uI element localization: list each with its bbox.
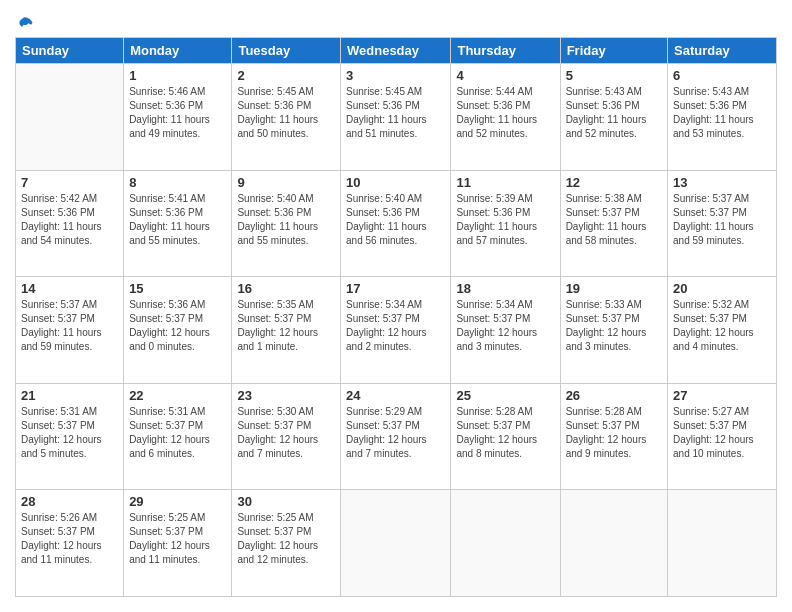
day-info: Sunrise: 5:39 AM Sunset: 5:36 PM Dayligh…: [456, 192, 554, 248]
day-number: 24: [346, 388, 445, 403]
day-number: 2: [237, 68, 335, 83]
day-info: Sunrise: 5:26 AM Sunset: 5:37 PM Dayligh…: [21, 511, 118, 567]
calendar-cell: [341, 490, 451, 597]
calendar-cell: 20Sunrise: 5:32 AM Sunset: 5:37 PM Dayli…: [668, 277, 777, 384]
day-info: Sunrise: 5:43 AM Sunset: 5:36 PM Dayligh…: [566, 85, 662, 141]
calendar: SundayMondayTuesdayWednesdayThursdayFrid…: [15, 37, 777, 597]
weekday-tuesday: Tuesday: [232, 38, 341, 64]
day-info: Sunrise: 5:38 AM Sunset: 5:37 PM Dayligh…: [566, 192, 662, 248]
weekday-thursday: Thursday: [451, 38, 560, 64]
day-number: 19: [566, 281, 662, 296]
day-number: 25: [456, 388, 554, 403]
day-info: Sunrise: 5:35 AM Sunset: 5:37 PM Dayligh…: [237, 298, 335, 354]
week-row-1: 1Sunrise: 5:46 AM Sunset: 5:36 PM Daylig…: [16, 64, 777, 171]
calendar-cell: 1Sunrise: 5:46 AM Sunset: 5:36 PM Daylig…: [124, 64, 232, 171]
calendar-cell: 19Sunrise: 5:33 AM Sunset: 5:37 PM Dayli…: [560, 277, 667, 384]
day-number: 21: [21, 388, 118, 403]
calendar-cell: 27Sunrise: 5:27 AM Sunset: 5:37 PM Dayli…: [668, 383, 777, 490]
day-number: 3: [346, 68, 445, 83]
day-info: Sunrise: 5:25 AM Sunset: 5:37 PM Dayligh…: [237, 511, 335, 567]
calendar-cell: 21Sunrise: 5:31 AM Sunset: 5:37 PM Dayli…: [16, 383, 124, 490]
day-number: 14: [21, 281, 118, 296]
day-number: 18: [456, 281, 554, 296]
day-info: Sunrise: 5:40 AM Sunset: 5:36 PM Dayligh…: [346, 192, 445, 248]
day-info: Sunrise: 5:37 AM Sunset: 5:37 PM Dayligh…: [21, 298, 118, 354]
day-number: 15: [129, 281, 226, 296]
calendar-cell: 3Sunrise: 5:45 AM Sunset: 5:36 PM Daylig…: [341, 64, 451, 171]
calendar-cell: 30Sunrise: 5:25 AM Sunset: 5:37 PM Dayli…: [232, 490, 341, 597]
calendar-cell: 4Sunrise: 5:44 AM Sunset: 5:36 PM Daylig…: [451, 64, 560, 171]
day-number: 5: [566, 68, 662, 83]
day-number: 8: [129, 175, 226, 190]
day-number: 11: [456, 175, 554, 190]
day-info: Sunrise: 5:31 AM Sunset: 5:37 PM Dayligh…: [129, 405, 226, 461]
weekday-wednesday: Wednesday: [341, 38, 451, 64]
day-number: 22: [129, 388, 226, 403]
calendar-cell: 22Sunrise: 5:31 AM Sunset: 5:37 PM Dayli…: [124, 383, 232, 490]
weekday-monday: Monday: [124, 38, 232, 64]
day-number: 29: [129, 494, 226, 509]
day-info: Sunrise: 5:33 AM Sunset: 5:37 PM Dayligh…: [566, 298, 662, 354]
day-info: Sunrise: 5:36 AM Sunset: 5:37 PM Dayligh…: [129, 298, 226, 354]
calendar-cell: 17Sunrise: 5:34 AM Sunset: 5:37 PM Dayli…: [341, 277, 451, 384]
calendar-cell: 25Sunrise: 5:28 AM Sunset: 5:37 PM Dayli…: [451, 383, 560, 490]
logo: [15, 15, 36, 27]
calendar-cell: 10Sunrise: 5:40 AM Sunset: 5:36 PM Dayli…: [341, 170, 451, 277]
calendar-cell: 16Sunrise: 5:35 AM Sunset: 5:37 PM Dayli…: [232, 277, 341, 384]
week-row-2: 7Sunrise: 5:42 AM Sunset: 5:36 PM Daylig…: [16, 170, 777, 277]
day-info: Sunrise: 5:34 AM Sunset: 5:37 PM Dayligh…: [346, 298, 445, 354]
weekday-sunday: Sunday: [16, 38, 124, 64]
day-info: Sunrise: 5:28 AM Sunset: 5:37 PM Dayligh…: [566, 405, 662, 461]
week-row-5: 28Sunrise: 5:26 AM Sunset: 5:37 PM Dayli…: [16, 490, 777, 597]
day-info: Sunrise: 5:29 AM Sunset: 5:37 PM Dayligh…: [346, 405, 445, 461]
calendar-cell: 18Sunrise: 5:34 AM Sunset: 5:37 PM Dayli…: [451, 277, 560, 384]
day-number: 26: [566, 388, 662, 403]
day-info: Sunrise: 5:41 AM Sunset: 5:36 PM Dayligh…: [129, 192, 226, 248]
day-number: 16: [237, 281, 335, 296]
calendar-cell: 24Sunrise: 5:29 AM Sunset: 5:37 PM Dayli…: [341, 383, 451, 490]
day-number: 1: [129, 68, 226, 83]
day-number: 9: [237, 175, 335, 190]
calendar-cell: [451, 490, 560, 597]
day-number: 7: [21, 175, 118, 190]
week-row-4: 21Sunrise: 5:31 AM Sunset: 5:37 PM Dayli…: [16, 383, 777, 490]
calendar-cell: [560, 490, 667, 597]
week-row-3: 14Sunrise: 5:37 AM Sunset: 5:37 PM Dayli…: [16, 277, 777, 384]
calendar-cell: 14Sunrise: 5:37 AM Sunset: 5:37 PM Dayli…: [16, 277, 124, 384]
calendar-cell: 29Sunrise: 5:25 AM Sunset: 5:37 PM Dayli…: [124, 490, 232, 597]
day-info: Sunrise: 5:40 AM Sunset: 5:36 PM Dayligh…: [237, 192, 335, 248]
logo-bird-icon: [16, 15, 34, 33]
day-info: Sunrise: 5:44 AM Sunset: 5:36 PM Dayligh…: [456, 85, 554, 141]
day-number: 10: [346, 175, 445, 190]
day-info: Sunrise: 5:27 AM Sunset: 5:37 PM Dayligh…: [673, 405, 771, 461]
day-info: Sunrise: 5:30 AM Sunset: 5:37 PM Dayligh…: [237, 405, 335, 461]
day-info: Sunrise: 5:42 AM Sunset: 5:36 PM Dayligh…: [21, 192, 118, 248]
calendar-cell: 7Sunrise: 5:42 AM Sunset: 5:36 PM Daylig…: [16, 170, 124, 277]
day-number: 28: [21, 494, 118, 509]
calendar-cell: 5Sunrise: 5:43 AM Sunset: 5:36 PM Daylig…: [560, 64, 667, 171]
calendar-cell: [668, 490, 777, 597]
day-number: 12: [566, 175, 662, 190]
day-info: Sunrise: 5:25 AM Sunset: 5:37 PM Dayligh…: [129, 511, 226, 567]
day-info: Sunrise: 5:32 AM Sunset: 5:37 PM Dayligh…: [673, 298, 771, 354]
calendar-cell: [16, 64, 124, 171]
day-info: Sunrise: 5:46 AM Sunset: 5:36 PM Dayligh…: [129, 85, 226, 141]
day-info: Sunrise: 5:37 AM Sunset: 5:37 PM Dayligh…: [673, 192, 771, 248]
header: [15, 15, 777, 27]
day-number: 17: [346, 281, 445, 296]
weekday-saturday: Saturday: [668, 38, 777, 64]
calendar-cell: 2Sunrise: 5:45 AM Sunset: 5:36 PM Daylig…: [232, 64, 341, 171]
calendar-cell: 9Sunrise: 5:40 AM Sunset: 5:36 PM Daylig…: [232, 170, 341, 277]
calendar-cell: 23Sunrise: 5:30 AM Sunset: 5:37 PM Dayli…: [232, 383, 341, 490]
day-info: Sunrise: 5:45 AM Sunset: 5:36 PM Dayligh…: [237, 85, 335, 141]
calendar-cell: 13Sunrise: 5:37 AM Sunset: 5:37 PM Dayli…: [668, 170, 777, 277]
day-number: 27: [673, 388, 771, 403]
weekday-friday: Friday: [560, 38, 667, 64]
calendar-cell: 6Sunrise: 5:43 AM Sunset: 5:36 PM Daylig…: [668, 64, 777, 171]
calendar-cell: 11Sunrise: 5:39 AM Sunset: 5:36 PM Dayli…: [451, 170, 560, 277]
calendar-cell: 26Sunrise: 5:28 AM Sunset: 5:37 PM Dayli…: [560, 383, 667, 490]
calendar-cell: 28Sunrise: 5:26 AM Sunset: 5:37 PM Dayli…: [16, 490, 124, 597]
day-number: 23: [237, 388, 335, 403]
day-number: 20: [673, 281, 771, 296]
calendar-cell: 8Sunrise: 5:41 AM Sunset: 5:36 PM Daylig…: [124, 170, 232, 277]
